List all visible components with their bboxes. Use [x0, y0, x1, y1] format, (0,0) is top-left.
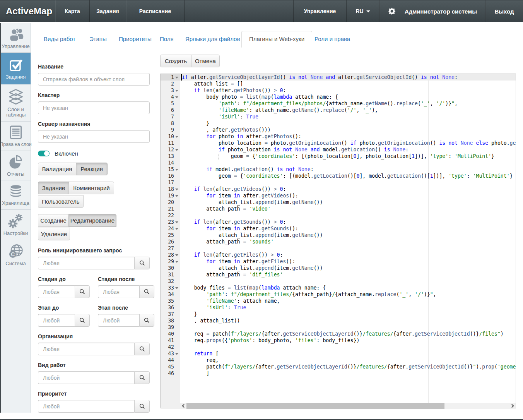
tab-roles-rights[interactable]: Роли и права — [309, 31, 356, 47]
code-line[interactable]: if after.getServiceObjectLayerId() is no… — [180, 74, 516, 81]
stage-before-input[interactable] — [38, 285, 75, 298]
code-line[interactable]: 'path': f"/department_files/{attach_path… — [180, 291, 516, 298]
code-line[interactable] — [180, 278, 516, 285]
app-logo[interactable]: ActiveMap — [0, 0, 55, 22]
editor-gutter[interactable]: 1234567891011121314151617181920212223242… — [161, 74, 180, 409]
code-line[interactable]: , attach_list)) — [180, 317, 516, 324]
fold-arrow-icon[interactable] — [175, 195, 178, 197]
fold-arrow-icon[interactable] — [175, 189, 178, 190]
code-line[interactable]: if len(after.getPhotos()) > 0: — [180, 87, 516, 94]
gutter-line-number[interactable]: 13 — [161, 153, 180, 159]
fold-arrow-icon[interactable] — [175, 261, 178, 263]
gutter-line-number[interactable]: 5 — [161, 100, 180, 107]
fold-arrow-icon[interactable] — [175, 169, 178, 171]
gutter-line-number[interactable]: 24 — [161, 225, 180, 232]
role-search-button[interactable] — [134, 257, 150, 269]
step-after-search-button[interactable] — [139, 314, 154, 327]
gutter-line-number[interactable]: 37 — [161, 311, 180, 317]
fold-arrow-icon[interactable] — [175, 353, 178, 355]
gutter-line-number[interactable]: 3 — [161, 87, 180, 94]
work-type-search-button[interactable] — [134, 371, 150, 384]
code-line[interactable]: photo_location = photo.getOriginLocation… — [180, 140, 516, 146]
fold-arrow-icon[interactable] — [175, 96, 178, 98]
gutter-line-number[interactable]: 10 — [161, 133, 180, 140]
code-line[interactable]: attach_path = 'sounds' — [180, 238, 516, 245]
tab-stages[interactable]: Этапы — [84, 31, 113, 47]
gutter-line-number[interactable]: 38 — [161, 317, 180, 324]
gutter-line-number[interactable]: 30 — [161, 265, 180, 271]
step-before-input[interactable] — [38, 314, 75, 327]
role-input[interactable] — [38, 257, 134, 269]
gutter-line-number[interactable]: 25 — [161, 232, 180, 238]
code-line[interactable]: for item in after.getVideos(): — [180, 192, 516, 199]
stage-after-input[interactable] — [98, 285, 139, 298]
gutter-line-number[interactable]: 42 — [161, 344, 180, 350]
code-line[interactable]: req, — [180, 357, 516, 363]
gutter-line-number[interactable]: 14 — [161, 159, 180, 166]
code-line[interactable] — [180, 245, 516, 252]
code-line[interactable] — [180, 179, 516, 186]
sidebar-item-storages[interactable]: Хранилища — [1, 181, 31, 210]
step-after-input[interactable] — [98, 314, 139, 327]
horizontal-scrollbar[interactable] — [180, 403, 516, 409]
code-line[interactable]: attach_path = 'dif_files' — [180, 271, 516, 278]
code-line[interactable]: attach_path = 'video' — [180, 206, 516, 212]
priority-search-button[interactable] — [134, 400, 150, 413]
enabled-toggle[interactable] — [38, 151, 50, 156]
edit-action-button[interactable]: Редактирование — [68, 214, 116, 227]
code-line[interactable] — [180, 344, 516, 350]
code-line[interactable]: for item in after.getSounds(): — [180, 225, 516, 232]
fold-arrow-icon[interactable] — [175, 90, 178, 92]
user-button[interactable]: Пользователь — [38, 195, 84, 208]
code-line[interactable]: attach_list.append(item.getName()) — [180, 232, 516, 238]
gutter-line-number[interactable]: 27 — [161, 245, 180, 252]
editor-scroller[interactable]: if after.getServiceObjectLayerId() is no… — [180, 74, 516, 403]
gutter-line-number[interactable]: 28 — [161, 252, 180, 258]
comment-button[interactable]: Комментарий — [69, 182, 114, 194]
cancel-button[interactable]: Отмена — [191, 55, 220, 67]
stage-before-search-button[interactable] — [75, 285, 90, 298]
gutter-line-number[interactable]: 36 — [161, 304, 180, 311]
code-line[interactable]: 'isUrl': True — [180, 113, 516, 120]
code-line[interactable]: if model.getLocation() is not None: — [180, 166, 516, 173]
nav-item-management[interactable]: Управление — [293, 0, 346, 22]
priority-input[interactable] — [38, 400, 134, 413]
gutter-line-number[interactable]: 17 — [161, 179, 180, 186]
create-button[interactable]: Создать — [160, 55, 191, 67]
gutter-line-number[interactable]: 18 — [161, 186, 180, 192]
code-line[interactable] — [180, 159, 516, 166]
gutter-line-number[interactable]: 20 — [161, 199, 180, 206]
code-line[interactable]: , after.getPhotos())) — [180, 127, 516, 133]
sidebar-item-tasks[interactable]: Задания — [1, 53, 31, 84]
tab-plugins-webhooks[interactable]: Плагины и Web-хуки — [241, 31, 312, 47]
code-line[interactable]: } — [180, 311, 516, 317]
gutter-line-number[interactable]: 16 — [161, 173, 180, 179]
sidebar-item-system[interactable]: C Система — [1, 240, 31, 270]
gutter-line-number[interactable]: 15 — [161, 166, 180, 173]
nav-item-tasks[interactable]: Задания — [89, 0, 126, 22]
gutter-line-number[interactable]: 33 — [161, 285, 180, 291]
code-line[interactable]: attach_list.append(item.getName()) — [180, 199, 516, 206]
gutter-line-number[interactable]: 41 — [161, 337, 180, 344]
scroll-left-button[interactable] — [180, 403, 186, 409]
code-line[interactable]: 'fileName': attach_name.getName().replac… — [180, 107, 516, 113]
gutter-line-number[interactable]: 26 — [161, 238, 180, 245]
gutter-line-number[interactable]: 40 — [161, 331, 180, 337]
sidebar-item-reports[interactable]: Отчеты — [1, 151, 31, 180]
nav-item-schedule[interactable]: Расписание — [126, 0, 185, 22]
code-line[interactable]: if len(after.getSounds()) > 0: — [180, 219, 516, 225]
name-input[interactable] — [38, 73, 150, 86]
scrollbar-thumb[interactable] — [186, 403, 444, 409]
task-button[interactable]: Задание — [38, 182, 69, 194]
code-line[interactable]: 'fileName': attach_name, — [180, 298, 516, 304]
reaction-button[interactable]: Реакция — [76, 163, 108, 175]
fold-arrow-icon[interactable] — [175, 287, 178, 289]
gutter-line-number[interactable]: 2 — [161, 81, 180, 87]
user-menu[interactable]: Администратор системы — [379, 0, 485, 22]
gutter-line-number[interactable]: 44 — [161, 357, 180, 363]
gutter-line-number[interactable]: 43 — [161, 350, 180, 357]
gutter-line-number[interactable]: 32 — [161, 278, 180, 285]
stage-after-search-button[interactable] — [139, 285, 154, 298]
fold-arrow-icon[interactable] — [175, 254, 178, 256]
scroll-right-button[interactable] — [509, 403, 516, 409]
